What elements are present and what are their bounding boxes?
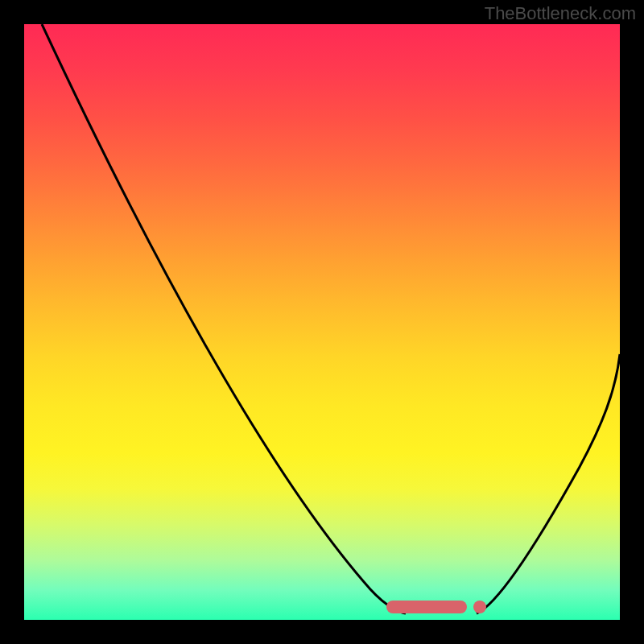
watermark-text: TheBottleneck.com [485,3,636,24]
basin-highlight-dot [473,601,486,613]
chart-plot-area [24,24,620,620]
curve-right-branch [477,354,620,613]
bottleneck-curve [24,24,620,620]
curve-left-branch [42,24,406,613]
basin-highlight-line [386,601,467,613]
